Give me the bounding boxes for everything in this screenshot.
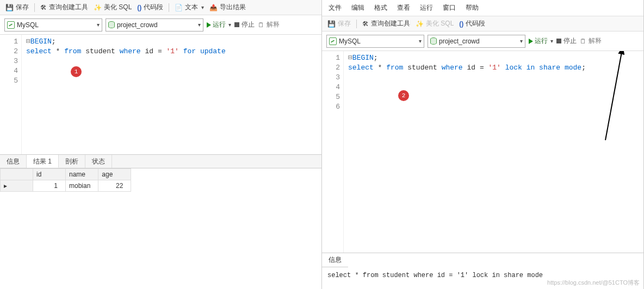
separator: [34, 3, 35, 12]
separator: [169, 3, 169, 12]
result-tabs: 信息 结果 1 剖析 状态: [0, 154, 321, 168]
menu-run[interactable]: 运行: [420, 3, 433, 12]
connection-select[interactable]: MySQL ▾: [4, 18, 102, 32]
chevron-down-icon: ▾: [228, 22, 231, 28]
tab-info[interactable]: 信息: [0, 155, 27, 168]
right-sql-editor[interactable]: 1 2 3 4 5 6 ⊟BEGIN; select * from studen…: [322, 51, 643, 253]
run-button[interactable]: 运行 ▾: [529, 36, 553, 46]
database-value: project_crowd: [439, 37, 480, 45]
kw-lock: lock in share mode: [501, 64, 581, 72]
menu-format[interactable]: 格式: [374, 3, 387, 12]
tab-result1[interactable]: 结果 1: [27, 155, 59, 168]
star: *: [374, 64, 386, 72]
run-button[interactable]: 运行 ▾: [207, 20, 231, 29]
menu-bar: 文件 编辑 格式 查看 运行 窗口 帮助: [322, 0, 643, 16]
beautify-sql-button[interactable]: ✨ 美化 SQL: [94, 3, 132, 12]
annotation-badge-1: 1: [71, 66, 82, 77]
chevron-down-icon: ▾: [97, 22, 100, 28]
semicolon: ;: [581, 64, 586, 72]
snippet-button[interactable]: () 代码段: [459, 19, 485, 28]
play-icon: [529, 39, 533, 44]
line-number: 5: [322, 92, 340, 102]
stop-icon: [556, 39, 561, 43]
query-builder-icon: 🛠: [40, 4, 47, 11]
menu-view[interactable]: 查看: [397, 3, 410, 12]
tab-profile[interactable]: 剖析: [59, 155, 85, 168]
tab-status[interactable]: 状态: [85, 155, 112, 168]
line-number: 4: [322, 83, 340, 92]
export-label: 导出结果: [220, 3, 246, 12]
line-gutter: 1 2 3 4 5 6: [322, 51, 344, 253]
tab-info[interactable]: 信息: [322, 253, 348, 267]
id-eq: id =: [463, 64, 488, 72]
menu-file[interactable]: 文件: [329, 3, 342, 12]
mysql-icon: [7, 21, 15, 29]
snippet-icon: (): [459, 20, 463, 28]
menu-edit[interactable]: 编辑: [351, 3, 364, 12]
query-builder-button[interactable]: 🛠 查询创建工具: [362, 19, 410, 28]
left-toolbar-secondary: MySQL ▾ project_crowd ▾ 运行 ▾ 停止 🗒 解释: [0, 15, 321, 35]
cell-name[interactable]: mobian: [66, 180, 98, 192]
save-button: 💾 保存: [327, 19, 351, 28]
query-builder-button[interactable]: 🛠 查询创建工具: [40, 3, 88, 12]
line-number: 1: [322, 53, 340, 63]
explain-label: 解释: [267, 20, 280, 29]
save-button[interactable]: 💾 保存: [5, 3, 29, 12]
connection-value: MySQL: [17, 21, 39, 29]
stop-button[interactable]: 停止: [556, 36, 577, 46]
database-select[interactable]: project_crowd ▾: [106, 18, 203, 32]
line-number: 5: [0, 76, 18, 86]
kw-where: where: [120, 47, 141, 55]
kw-select: select: [348, 64, 374, 72]
chevron-down-icon: ▾: [550, 38, 553, 44]
chevron-down-icon: ▾: [201, 4, 204, 10]
annotation-badge-2: 2: [398, 90, 409, 101]
table-row[interactable]: ▸ 1 mobian 22: [1, 180, 131, 192]
menu-window[interactable]: 窗口: [443, 3, 456, 12]
row-handle[interactable]: ▸: [1, 180, 33, 192]
menu-help[interactable]: 帮助: [466, 3, 479, 12]
col-name[interactable]: name: [66, 169, 98, 180]
explain-button[interactable]: 🗒 解释: [580, 36, 602, 46]
stop-button[interactable]: 停止: [234, 20, 255, 29]
str-val: '1': [166, 47, 178, 55]
cell-id[interactable]: 1: [33, 180, 66, 192]
chevron-down-icon: ▾: [198, 22, 201, 28]
save-icon: 💾: [5, 4, 14, 11]
tbl-student: student: [81, 47, 119, 55]
line-number: 2: [0, 47, 18, 56]
connection-select[interactable]: MySQL ▾: [326, 35, 424, 48]
svg-line-0: [605, 52, 622, 140]
cell-age[interactable]: 22: [98, 180, 131, 192]
col-age[interactable]: age: [98, 169, 131, 180]
tbl-student: student: [403, 64, 441, 72]
row-handle-header: [1, 169, 33, 180]
kw-update: update: [200, 47, 226, 55]
kw-begin: BEGIN: [30, 37, 52, 46]
query-builder-icon: 🛠: [362, 20, 369, 28]
data-table: id name age ▸ 1 mobian 22: [0, 168, 131, 192]
right-pane: 文件 编辑 格式 查看 运行 窗口 帮助 💾 保存 🛠 查询创建工具 ✨ 美化 …: [322, 0, 644, 289]
explain-button[interactable]: 🗒 解释: [258, 20, 280, 29]
semicolon: ;: [52, 37, 56, 46]
left-toolbar-primary: 💾 保存 🛠 查询创建工具 ✨ 美化 SQL () 代码段 📄 文本 ▾ 📤 导…: [0, 0, 321, 15]
text-button[interactable]: 📄 文本 ▾: [175, 3, 204, 12]
database-value: project_crowd: [117, 21, 158, 29]
snippet-label: 代码段: [466, 19, 485, 28]
mysql-icon: [329, 37, 337, 45]
kw-from: from: [386, 64, 403, 72]
database-select[interactable]: project_crowd ▾: [428, 35, 525, 48]
line-gutter: 1 2 3 4 5: [0, 35, 22, 154]
left-sql-editor[interactable]: 1 2 3 4 5 ⊟BEGIN; select * from student …: [0, 35, 321, 154]
explain-icon: 🗒: [258, 21, 264, 29]
snippet-button[interactable]: () 代码段: [137, 3, 163, 12]
col-id[interactable]: id: [33, 169, 66, 180]
export-results-button[interactable]: 📤 导出结果: [209, 3, 246, 12]
table-header-row: id name age: [1, 169, 131, 180]
line-number: 6: [322, 102, 340, 112]
beautify-icon: ✨: [94, 4, 102, 11]
line-number: 3: [0, 56, 18, 66]
query-builder-label: 查询创建工具: [49, 3, 88, 12]
stop-label: 停止: [564, 36, 577, 46]
run-label: 运行: [535, 36, 548, 46]
